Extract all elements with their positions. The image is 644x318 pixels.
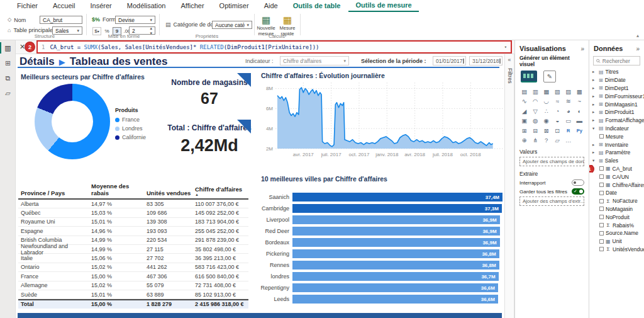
visual-type-icon[interactable]: ⊠ xyxy=(541,126,552,135)
ribbon-tab-outils-de-mesure[interactable]: Outils de mesure xyxy=(348,0,418,12)
collapse-panel-icon[interactable]: » xyxy=(580,45,584,52)
visual-type-icon[interactable]: ◢ xyxy=(519,106,530,116)
visual-type-icon[interactable]: ⋔ xyxy=(530,136,541,145)
field-tree-item-dimfournisseur1[interactable]: ▸⊞DimFournisseur1 xyxy=(589,92,644,100)
search-field[interactable] xyxy=(593,56,640,65)
table-row[interactable]: Espagne14,96 %193 093255 045 252,00 € xyxy=(18,227,248,236)
bar-fill[interactable]: 36,9M xyxy=(292,215,500,224)
ribbon-tab-fichier[interactable]: Fichier xyxy=(10,1,45,11)
table-row[interactable]: Allemagne15,02 %55 07972 731 408,00 € xyxy=(18,281,248,290)
visual-type-icon[interactable]: ◍ xyxy=(530,116,541,126)
field-checkbox[interactable] xyxy=(599,183,604,187)
bar-fill[interactable]: 36,9M xyxy=(292,227,500,236)
expand-chevron-icon[interactable]: ▸ xyxy=(592,150,597,155)
visual-type-icon[interactable]: ~ xyxy=(574,97,586,106)
legend-item[interactable]: Londres xyxy=(115,124,146,133)
collapse-panel-icon[interactable]: » xyxy=(636,45,640,52)
visual-type-icon[interactable]: ▣ xyxy=(519,116,530,126)
add-data-fields-well[interactable]: Ajouter des champs de don... xyxy=(519,157,584,166)
column-header[interactable]: Unités vendues xyxy=(147,190,195,196)
table-row[interactable]: Suède15,01 %63 88985 102 913,00 € xyxy=(18,290,248,299)
expand-chevron-icon[interactable]: ▾ xyxy=(592,126,597,131)
bar-row[interactable]: Leeds36,6M xyxy=(260,293,502,305)
field-tree-item-ca-un[interactable]: ▦CA/UN xyxy=(589,173,644,181)
bar-row[interactable]: Repentigny36,6M xyxy=(260,282,502,293)
field-tree-item-mesure[interactable]: Mesure xyxy=(589,132,644,140)
measure-name-input[interactable]: CA_brut xyxy=(40,16,82,24)
ribbon-tab-outils-de-table[interactable]: Outils de table xyxy=(286,1,348,11)
field-tree-item-rabais-[interactable]: ΣRabais% xyxy=(589,221,644,229)
expand-chevron-icon[interactable]: ▸ xyxy=(592,94,597,99)
visual-type-icon[interactable]: ▭ xyxy=(563,116,574,126)
bar-fill[interactable]: 36,8M xyxy=(292,249,499,258)
period-end-input[interactable]: 31/12/2018 xyxy=(469,56,502,65)
ribbon-tab-ins-rer[interactable]: Insérer xyxy=(83,1,118,11)
bar-fill[interactable]: 36,7M xyxy=(292,272,499,281)
visual-type-icon[interactable]: ▨ xyxy=(563,87,574,96)
cross-report-toggle[interactable] xyxy=(572,179,584,186)
visual-type-icon[interactable]: ? xyxy=(541,136,552,145)
visual-type-icon[interactable]: ◉ xyxy=(541,116,552,126)
field-tree-item-formataffichage[interactable]: ▸▤FormatAffichage xyxy=(589,116,644,125)
add-drillthrough-fields-well[interactable]: Ajouter des champs d'extr... xyxy=(519,196,584,206)
field-checkbox[interactable] xyxy=(599,207,604,211)
visual-type-icon[interactable]: ⊟ xyxy=(530,126,541,135)
expand-pane-icon[interactable]: « xyxy=(505,57,514,63)
visual-type-icon[interactable]: ▧ xyxy=(552,87,564,96)
table-view-icon[interactable]: ⊞ xyxy=(0,55,16,71)
visual-type-icon[interactable]: ◡ xyxy=(541,97,552,106)
legend-item[interactable]: Californie xyxy=(115,133,146,142)
bar-row[interactable]: Liverpool36,9M xyxy=(260,214,502,225)
bar-row[interactable]: londres36,7M xyxy=(260,271,502,282)
ribbon-tab-afficher[interactable]: Afficher xyxy=(174,1,211,11)
bar-fill[interactable]: 36,8M xyxy=(292,261,499,270)
visual-type-icon[interactable]: ⊞ xyxy=(519,126,530,135)
field-checkbox[interactable] xyxy=(599,174,604,179)
format-select[interactable]: Devise▾ xyxy=(115,16,155,24)
expand-chevron-icon[interactable]: ▸ xyxy=(592,86,597,91)
column-header[interactable]: Province / Pays xyxy=(18,190,91,196)
close-icon[interactable]: ✕ xyxy=(19,43,25,51)
ribbon-tab-mod-lisation[interactable]: Modélisation xyxy=(120,1,173,11)
search-input[interactable] xyxy=(602,58,637,64)
build-visual-tab[interactable] xyxy=(521,71,537,82)
field-checkbox[interactable] xyxy=(599,199,604,203)
field-tree-item-dimmagasin1[interactable]: ▸⊞DimMagasin1 xyxy=(589,100,644,108)
visual-type-icon[interactable]: ◕ xyxy=(563,106,574,116)
field-tree-item-chiffreaffairesfor-[interactable]: ▦ChiffreAffairesFor... xyxy=(589,181,644,189)
collapse-ribbon-icon[interactable]: ▴ xyxy=(636,33,639,38)
period-start-input[interactable]: 01/01/2017 xyxy=(433,56,466,65)
field-tree-item-nomagasin[interactable]: NoMagasin xyxy=(589,205,644,213)
column-header[interactable]: Moyenne des rabais xyxy=(91,183,147,196)
field-checkbox[interactable] xyxy=(599,166,604,171)
bar-row[interactable]: Bordeaux36,9M xyxy=(260,237,502,248)
field-checkbox[interactable] xyxy=(599,215,604,219)
visual-type-icon[interactable]: ▤ xyxy=(519,87,530,96)
expand-chevron-icon[interactable]: ▸ xyxy=(592,118,597,123)
field-checkbox[interactable] xyxy=(599,231,604,236)
visual-type-icon[interactable]: ◔ xyxy=(552,106,564,116)
field-tree-item-inventaire[interactable]: ▸⊞Inventaire xyxy=(589,140,644,149)
visual-type-icon[interactable]: ⊡ xyxy=(552,126,564,135)
line-chart[interactable]: 2M4M6M8Mavr. 2017juil. 2017oct. 2017janv… xyxy=(258,79,506,164)
field-tree-item-unit[interactable]: ▦Unit xyxy=(589,237,644,246)
table-row[interactable]: France15,00 %467 306616 500 840,00 € xyxy=(18,272,248,281)
field-tree-item-dimdept1[interactable]: ▸⊞DimDept1 xyxy=(589,84,644,93)
bar-fill[interactable]: 36,6M xyxy=(292,295,498,304)
report-view-icon[interactable]: ▥ xyxy=(0,40,16,55)
format-visual-tab[interactable]: ✎ xyxy=(543,71,556,82)
visual-type-icon[interactable]: Py xyxy=(574,126,586,135)
visual-type-icon[interactable]: ▬ xyxy=(574,116,586,126)
visual-type-icon[interactable]: ≈ xyxy=(552,97,564,106)
field-tree-item-date[interactable]: Date xyxy=(589,189,644,197)
ribbon-tab-accueil[interactable]: Accueil xyxy=(46,1,82,11)
dax-formula-input[interactable]: 1CA_brut = SUMX(Sales, Sales[UnitésVendu… xyxy=(36,40,512,54)
bar-fill[interactable]: 37,3M xyxy=(292,204,502,213)
field-tree-item-dimproduit1[interactable]: ▸⊞DimProduit1 xyxy=(589,108,644,116)
field-tree-item-indicateur[interactable]: ▾▤Indicateur xyxy=(589,125,644,133)
visual-type-icon[interactable]: ▱ xyxy=(552,136,564,145)
indicator-select[interactable]: Chiffre d'affaires▾ xyxy=(280,56,349,65)
visual-type-icon[interactable]: ◒ xyxy=(552,116,564,126)
visual-type-icon[interactable]: R xyxy=(563,126,574,135)
legend-item[interactable]: France xyxy=(115,115,146,124)
